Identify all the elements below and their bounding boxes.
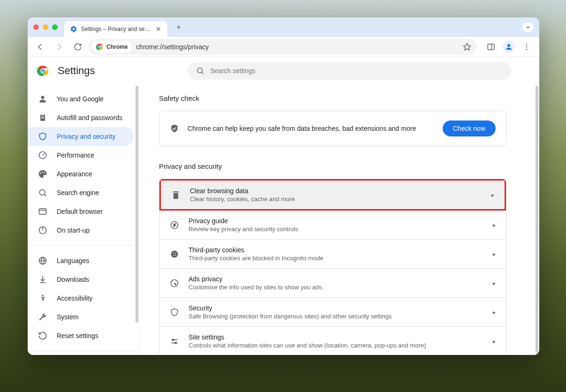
sidebar-item-languages[interactable]: Languages (28, 251, 139, 270)
sidebar-item-autofill[interactable]: Autofill and passwords (28, 108, 139, 127)
sidebar-item-appearance[interactable]: Appearance (28, 165, 139, 183)
divider (28, 245, 139, 246)
tabs-dropdown[interactable] (522, 23, 534, 32)
main-content: Safety check Chrome can help keep you sa… (139, 85, 539, 355)
setting-site-settings[interactable]: Site settings Controls what information … (159, 327, 506, 355)
back-button[interactable] (32, 39, 48, 55)
person-icon (38, 94, 47, 104)
sidebar-item-label: Reset settings (57, 332, 98, 339)
svg-point-39 (42, 295, 43, 296)
window-close[interactable] (33, 24, 39, 30)
globe-icon (38, 256, 47, 265)
svg-point-17 (197, 68, 203, 73)
chevron-right-icon: ▸ (493, 338, 496, 345)
sidebar-item-label: System (57, 313, 79, 321)
tab-active[interactable]: Settings – Privacy and secur ✕ (64, 21, 167, 37)
search-settings[interactable] (188, 62, 511, 80)
setting-security[interactable]: Security Safe Browsing (protection from … (159, 298, 506, 327)
svg-point-45 (175, 253, 176, 254)
sidebar-item-downloads[interactable]: Downloads (28, 270, 139, 289)
sidebar-item-search-engine[interactable]: Search engine (28, 183, 139, 202)
svg-rect-7 (488, 44, 494, 50)
sidebar: You and Google Autofill and passwords Pr… (28, 85, 139, 355)
new-tab-button[interactable] (172, 21, 185, 34)
setting-clear-browsing-data[interactable]: Clear browsing data Clear history, cooki… (159, 179, 506, 211)
setting-privacy-guide[interactable]: Privacy guide Review key privacy and sec… (159, 211, 506, 240)
svg-rect-31 (39, 209, 46, 214)
search-icon (38, 188, 47, 197)
power-icon (38, 226, 47, 235)
chevron-right-icon: ▸ (493, 280, 496, 286)
svg-point-11 (526, 46, 528, 47)
window-maximize[interactable] (52, 24, 58, 30)
address-bar[interactable]: Chrome chrome://settings/privacy (89, 39, 476, 55)
divider (28, 351, 139, 351)
compass-icon (170, 220, 179, 230)
sidebar-item-on-startup[interactable]: On start-up (28, 221, 139, 240)
site-chip[interactable]: Chrome (91, 41, 132, 53)
title-bar: Settings – Privacy and secur ✕ (28, 17, 539, 37)
sidebar-item-you-and-google[interactable]: You and Google (28, 90, 139, 108)
check-now-button[interactable]: Check now (443, 121, 496, 136)
shield-icon (170, 308, 179, 317)
svg-point-29 (39, 189, 45, 195)
sidebar-item-label: Appearance (57, 170, 92, 178)
sidebar-item-performance[interactable]: Performance (28, 146, 139, 165)
shield-icon (38, 132, 47, 141)
forward-button[interactable] (51, 39, 67, 55)
svg-point-9 (507, 44, 510, 47)
sidebar-item-accessibility[interactable]: Accessibility (28, 289, 139, 308)
chevron-right-icon: ▸ (493, 251, 496, 257)
svg-point-16 (42, 70, 45, 72)
svg-line-18 (202, 72, 204, 74)
chevron-right-icon: ▸ (491, 192, 494, 198)
svg-point-47 (175, 255, 176, 256)
search-input[interactable] (210, 67, 503, 75)
profile-avatar[interactable] (501, 39, 517, 55)
setting-title: Security (189, 304, 483, 312)
sidebar-item-privacy-security[interactable]: Privacy and security (28, 127, 134, 146)
sidebar-item-label: Privacy and security (57, 133, 115, 140)
reload-button[interactable] (70, 39, 86, 55)
tab-close-icon[interactable]: ✕ (155, 26, 162, 32)
setting-subtitle: Third-party cookies are blocked in Incog… (189, 255, 483, 262)
svg-point-27 (42, 172, 43, 173)
browser-window: Settings – Privacy and secur ✕ Chrome c (28, 17, 539, 355)
page-title: Settings (58, 65, 95, 77)
ads-icon (170, 279, 179, 288)
setting-title: Third-party cookies (189, 246, 483, 254)
svg-point-43 (171, 250, 178, 257)
tab-title: Settings – Privacy and secur (81, 26, 151, 32)
setting-title: Clear browsing data (190, 187, 482, 195)
setting-ads-privacy[interactable]: Ads privacy Customise the info used by s… (159, 269, 506, 298)
sidebar-item-default-browser[interactable]: Default browser (28, 202, 139, 221)
sidebar-item-system[interactable]: System (28, 308, 139, 326)
reset-icon (38, 331, 47, 340)
chevron-right-icon: ▸ (493, 309, 496, 316)
svg-line-25 (43, 154, 44, 155)
sidebar-item-label: Accessibility (57, 294, 92, 302)
window-minimize[interactable] (43, 24, 48, 30)
svg-marker-6 (464, 43, 471, 50)
toolbar: Chrome chrome://settings/privacy (28, 37, 539, 57)
setting-subtitle: Safe Browsing (protection from dangerous… (189, 313, 483, 320)
svg-line-30 (44, 194, 46, 196)
setting-third-party-cookies[interactable]: Third-party cookies Third-party cookies … (159, 240, 506, 269)
scrollbar[interactable] (136, 86, 138, 323)
svg-point-51 (173, 339, 174, 340)
svg-rect-20 (40, 114, 45, 121)
sidebar-item-label: Languages (57, 257, 89, 264)
svg-point-26 (40, 173, 42, 174)
browser-icon (38, 207, 47, 216)
bookmark-star-icon[interactable] (460, 40, 474, 53)
kebab-menu-icon[interactable] (519, 39, 535, 55)
svg-point-44 (173, 252, 174, 253)
panel-toggle-icon[interactable] (483, 39, 499, 55)
safety-text: Chrome can help keep you safe from data … (188, 125, 434, 132)
setting-title: Site settings (189, 333, 483, 341)
svg-point-52 (175, 342, 176, 343)
sidebar-item-label: Downloads (57, 276, 89, 283)
scrollbar[interactable] (536, 86, 538, 353)
sidebar-item-reset[interactable]: Reset settings (28, 326, 139, 345)
svg-point-19 (41, 96, 45, 99)
